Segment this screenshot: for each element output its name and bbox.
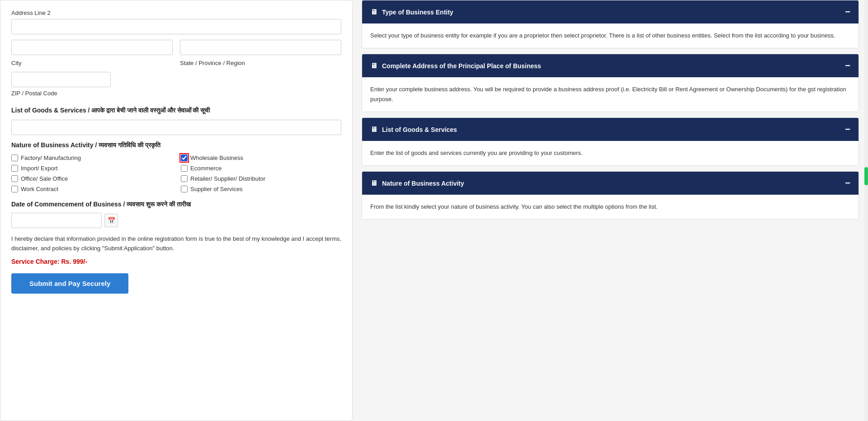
zip-group: ZIP / Postal Code bbox=[11, 72, 341, 98]
checkbox-ecommerce[interactable] bbox=[181, 165, 188, 172]
date-input-wrapper: 📅 bbox=[11, 213, 341, 228]
accordion-goods-services: 🖥List of Goods & Services−Enter the list… bbox=[362, 117, 859, 166]
checkbox-factory[interactable] bbox=[11, 154, 18, 161]
accordion-title-principal-address: Complete Address of the Principal Place … bbox=[382, 62, 541, 70]
nature-section: Nature of Business Activity / व्यवसाय गत… bbox=[11, 141, 341, 192]
right-help-panel: 🖥Type of Business Entity−Select your typ… bbox=[353, 0, 868, 421]
calendar-button[interactable]: 📅 bbox=[104, 214, 118, 227]
checkbox-wholesale[interactable] bbox=[181, 154, 188, 161]
checkbox-office[interactable] bbox=[11, 175, 18, 182]
accordion-business-entity: 🖥Type of Business Entity−Select your typ… bbox=[362, 0, 859, 48]
date-input[interactable] bbox=[11, 213, 102, 228]
accordion-body-business-entity: Select your type of business entity for … bbox=[362, 23, 859, 48]
checkbox-label-import: Import/ Export bbox=[21, 165, 58, 172]
date-section-title: Date of Commencement of Business / व्यवस… bbox=[11, 201, 341, 208]
date-section: Date of Commencement of Business / व्यवस… bbox=[11, 201, 341, 228]
accordion-body-goods-services: Enter the list of goods and services cur… bbox=[362, 141, 859, 165]
monitor-icon: 🖥 bbox=[370, 179, 377, 187]
accordion-nature-activity: 🖥Nature of Business Activity−From the li… bbox=[362, 171, 859, 220]
city-input[interactable] bbox=[11, 40, 173, 55]
city-state-row: City State / Province / Region bbox=[11, 40, 341, 68]
checkbox-item-factory: Factory/ Manufacturing bbox=[11, 154, 172, 161]
checkbox-import[interactable] bbox=[11, 165, 18, 172]
checkbox-item-ecommerce: Ecommerce bbox=[181, 165, 341, 172]
monitor-icon: 🖥 bbox=[370, 8, 377, 16]
submit-button[interactable]: Submit and Pay Securely bbox=[11, 273, 128, 294]
checkbox-work[interactable] bbox=[11, 186, 18, 192]
state-label: State / Province / Region bbox=[180, 60, 341, 66]
left-form-panel: Address Line 2 City State / Province / R… bbox=[0, 0, 353, 421]
accordion-header-business-entity[interactable]: 🖥Type of Business Entity− bbox=[362, 0, 859, 23]
checkbox-item-work: Work Contract bbox=[11, 186, 172, 192]
checkbox-item-import: Import/ Export bbox=[11, 165, 172, 172]
checkbox-retailer[interactable] bbox=[181, 175, 188, 182]
checkbox-label-supplier: Supplier of Services bbox=[190, 186, 243, 192]
checkbox-label-ecommerce: Ecommerce bbox=[190, 165, 222, 172]
checkbox-item-retailer: Retailer/ Supplier/ Distributor bbox=[181, 175, 341, 182]
goods-input[interactable] bbox=[11, 120, 341, 135]
service-charge-text: Service Charge: Rs. 999/- bbox=[11, 258, 341, 265]
checkbox-item-office: Office/ Sale Office bbox=[11, 175, 172, 182]
accordion-header-goods-services[interactable]: 🖥List of Goods & Services− bbox=[362, 118, 859, 141]
city-label: City bbox=[11, 60, 173, 66]
state-group: State / Province / Region bbox=[180, 40, 341, 68]
scrollbar-thumb[interactable] bbox=[864, 167, 868, 185]
accordion-minus-principal-address[interactable]: − bbox=[845, 61, 850, 71]
accordion-title-business-entity: Type of Business Entity bbox=[382, 9, 453, 16]
goods-section-title: List of Goods & Services / आपके द्वारा ब… bbox=[11, 106, 341, 115]
zip-label: ZIP / Postal Code bbox=[11, 90, 341, 97]
checkbox-label-wholesale: Wholesale Business bbox=[190, 154, 243, 161]
city-group: City bbox=[11, 40, 173, 68]
scrollbar-track[interactable] bbox=[864, 0, 868, 421]
address-line2-group: Address Line 2 bbox=[11, 9, 341, 40]
checkbox-label-retailer: Retailer/ Supplier/ Distributor bbox=[190, 175, 265, 182]
checkbox-label-work: Work Contract bbox=[21, 186, 58, 192]
accordion-minus-goods-services[interactable]: − bbox=[845, 124, 850, 135]
checkbox-item-wholesale: Wholesale Business bbox=[181, 154, 341, 161]
accordion-minus-business-entity[interactable]: − bbox=[845, 7, 850, 17]
accordion-title-nature-activity: Nature of Business Activity bbox=[382, 180, 464, 187]
accordion-principal-address: 🖥Complete Address of the Principal Place… bbox=[362, 54, 859, 112]
zip-input[interactable] bbox=[11, 72, 111, 87]
accordion-minus-nature-activity[interactable]: − bbox=[845, 178, 850, 188]
monitor-icon: 🖥 bbox=[370, 62, 377, 70]
checkbox-item-supplier: Supplier of Services bbox=[181, 186, 341, 192]
nature-section-title: Nature of Business Activity / व्यवसाय गत… bbox=[11, 141, 341, 149]
accordion-header-nature-activity[interactable]: 🖥Nature of Business Activity− bbox=[362, 172, 859, 195]
accordion-header-principal-address[interactable]: 🖥Complete Address of the Principal Place… bbox=[362, 54, 859, 77]
accordion-title-goods-services: List of Goods & Services bbox=[382, 126, 457, 133]
checkbox-grid: Factory/ ManufacturingWholesale Business… bbox=[11, 154, 341, 192]
declaration-text: I hereby declare that information provid… bbox=[11, 234, 341, 253]
accordion-body-nature-activity: From the list kindly select your nature … bbox=[362, 195, 859, 219]
accordion-body-principal-address: Enter your complete business address. Yo… bbox=[362, 77, 859, 112]
state-input[interactable] bbox=[180, 40, 341, 55]
address-line2-input[interactable] bbox=[11, 19, 341, 34]
checkbox-supplier[interactable] bbox=[181, 186, 188, 192]
checkbox-label-office: Office/ Sale Office bbox=[21, 175, 68, 182]
address-line2-label: Address Line 2 bbox=[11, 9, 341, 16]
checkbox-label-factory: Factory/ Manufacturing bbox=[21, 154, 81, 161]
goods-services-section: List of Goods & Services / आपके द्वारा ब… bbox=[11, 106, 341, 141]
monitor-icon: 🖥 bbox=[370, 126, 377, 134]
